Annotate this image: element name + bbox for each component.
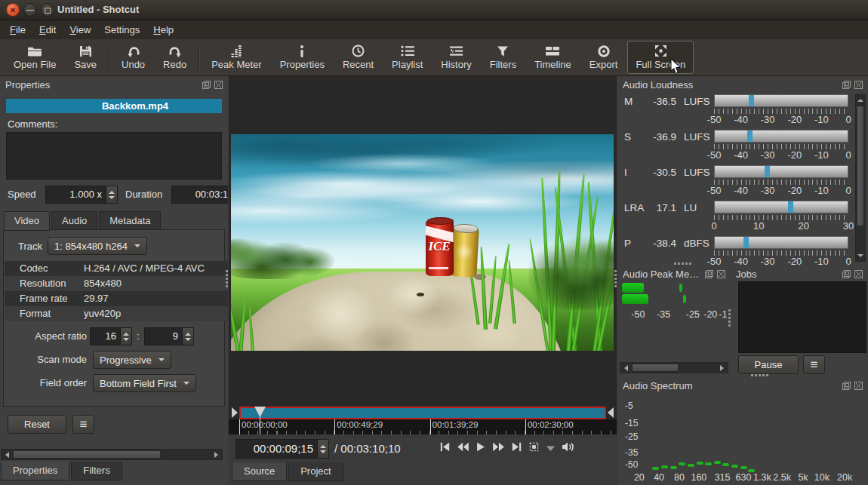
float-panel-icon[interactable] <box>842 382 851 390</box>
toolbar-properties[interactable]: Properties <box>272 41 333 74</box>
scrubber-bar[interactable] <box>239 407 606 419</box>
duration-label: Duration <box>125 189 162 200</box>
toolbar-playlist[interactable]: Playlist <box>383 41 431 74</box>
loudness-slider[interactable] <box>714 236 848 249</box>
media-info-table: CodecH.264 / AVC / MPEG-4 AVCResolution8… <box>5 261 228 321</box>
float-panel-icon[interactable] <box>705 270 713 278</box>
loudness-metric-label: LRA <box>624 202 647 213</box>
toolbar-open-file[interactable]: Open File <box>5 41 64 74</box>
speed-input[interactable]: 1.000 x <box>45 186 118 204</box>
aspect-height-input[interactable]: 9 <box>144 327 194 345</box>
menu-help[interactable]: Help <box>146 22 180 38</box>
position-input[interactable]: 00:00:09;15 <box>235 439 329 459</box>
close-panel-icon[interactable] <box>214 81 223 89</box>
toolbar-timeline[interactable]: Timeline <box>526 41 580 74</box>
close-panel-icon[interactable] <box>854 81 863 89</box>
aspect-width-input[interactable]: 16 <box>90 327 132 345</box>
loudness-scale-label: -20 <box>787 114 802 125</box>
spectrum-dot <box>688 464 694 467</box>
tab-video[interactable]: Video <box>4 211 50 231</box>
pause-button[interactable]: Pause <box>738 355 799 374</box>
reset-button[interactable]: Reset <box>8 415 66 434</box>
track-label: Track <box>18 241 42 252</box>
spectrum-dot <box>661 465 668 468</box>
toolbar-full-screen[interactable]: Full Screen <box>627 41 694 74</box>
toolbar-peak-meter[interactable]: Peak Meter <box>203 41 269 74</box>
fast-forward-button[interactable] <box>492 440 505 456</box>
scan-mode-dropdown[interactable]: Progressive <box>93 351 171 369</box>
bottom-tab-filters[interactable]: Filters <box>71 462 122 480</box>
dropdown-caret-button[interactable] <box>546 440 555 456</box>
loudness-metric-label: P <box>624 238 647 249</box>
toolbar-undo[interactable]: Undo <box>113 41 153 74</box>
menu-edit[interactable]: Edit <box>32 22 63 38</box>
video-preview[interactable]: ICE <box>231 134 614 351</box>
jobs-list[interactable] <box>738 281 866 353</box>
menu-settings[interactable]: Settings <box>97 22 146 38</box>
close-panel-icon[interactable] <box>854 270 863 278</box>
timeline-ruler[interactable]: 00:00:00;0000:00:49;2900:01:39;2900:02:3… <box>229 419 617 434</box>
loudness-value: -30.5 <box>645 167 676 178</box>
out-point-marker[interactable] <box>608 407 614 418</box>
total-duration: / 00:03:10;10 <box>334 442 401 455</box>
loudness-row-p: P-38.4dBFS -50-40-30-20-100 <box>617 235 853 266</box>
in-point-marker[interactable] <box>232 407 238 418</box>
splitter-left[interactable] <box>226 270 228 287</box>
peak-scale-label: -35 <box>657 309 670 320</box>
video-bushes-right <box>529 236 614 310</box>
loudness-unit: LUFS <box>684 167 710 178</box>
loudness-scale-label: -50 <box>707 256 722 266</box>
float-panel-icon[interactable] <box>842 270 851 278</box>
jobs-menu-button[interactable]: ≡ <box>803 355 825 374</box>
loudness-slider[interactable] <box>714 201 848 213</box>
tab-audio[interactable]: Audio <box>51 211 97 231</box>
timeline-icon <box>545 45 560 57</box>
close-panel-icon[interactable] <box>717 270 725 278</box>
close-button[interactable]: ✕ <box>6 3 20 17</box>
toolbar-export[interactable]: Export <box>581 41 626 74</box>
splitter-right[interactable] <box>614 270 617 287</box>
play-button[interactable] <box>476 440 485 456</box>
field-order-dropdown[interactable]: Bottom Field First <box>93 374 196 392</box>
minimize-button[interactable]: — <box>23 3 37 17</box>
loudness-slider[interactable] <box>714 165 848 178</box>
menu-file[interactable]: File <box>3 22 32 38</box>
close-panel-icon[interactable] <box>854 382 863 390</box>
track-dropdown[interactable]: 1: 854x480 h264 <box>48 237 147 255</box>
video-tab-pane: Track 1: 854x480 h264 CodecH.264 / AVC /… <box>3 229 225 407</box>
bottom-tab-properties[interactable]: Properties <box>1 462 69 480</box>
skip-start-button[interactable] <box>440 440 450 456</box>
toolbar-history[interactable]: History <box>432 41 479 74</box>
duration-input[interactable]: 00:03:1 <box>171 186 228 204</box>
redo-icon <box>168 45 182 57</box>
skip-end-button[interactable] <box>512 440 522 456</box>
rewind-icon <box>457 442 469 454</box>
float-panel-icon[interactable] <box>202 81 211 89</box>
rewind-button[interactable] <box>457 440 469 456</box>
audio-peak-meter-panel: Audio Peak Me… -50-35-25-20-1 <box>617 266 731 377</box>
properties-hscrollbar[interactable] <box>1 449 223 460</box>
peak-hscrollbar[interactable] <box>620 362 728 373</box>
peak-hold <box>679 284 682 292</box>
comments-textarea[interactable] <box>6 132 222 180</box>
float-panel-icon[interactable] <box>842 81 851 89</box>
toolbar-recent[interactable]: Recent <box>334 41 382 74</box>
splitter-jobs-spectrum[interactable] <box>751 374 768 376</box>
menu-view[interactable]: View <box>63 22 97 38</box>
maximize-button[interactable]: ▢ <box>41 3 54 17</box>
player-tab-source[interactable]: Source <box>232 462 287 481</box>
volume-button[interactable] <box>562 440 574 456</box>
toolbar-filters[interactable]: Filters <box>482 41 525 74</box>
toolbar-save[interactable]: Save <box>66 41 105 74</box>
splitter-loudness-peak[interactable] <box>674 262 691 265</box>
tab-metadata[interactable]: Metadata <box>99 211 161 231</box>
toolbar-redo[interactable]: Redo <box>155 41 195 74</box>
properties-menu-button[interactable]: ≡ <box>72 415 94 434</box>
loudness-vscrollbar[interactable] <box>855 94 866 262</box>
zoom-fit-button[interactable] <box>528 440 540 456</box>
loudness-slider[interactable] <box>714 130 848 143</box>
loudness-slider[interactable] <box>714 94 848 107</box>
splitter-peak-jobs[interactable] <box>728 309 731 327</box>
loudness-metric-label: I <box>624 167 647 178</box>
player-tab-project[interactable]: Project <box>288 462 343 481</box>
